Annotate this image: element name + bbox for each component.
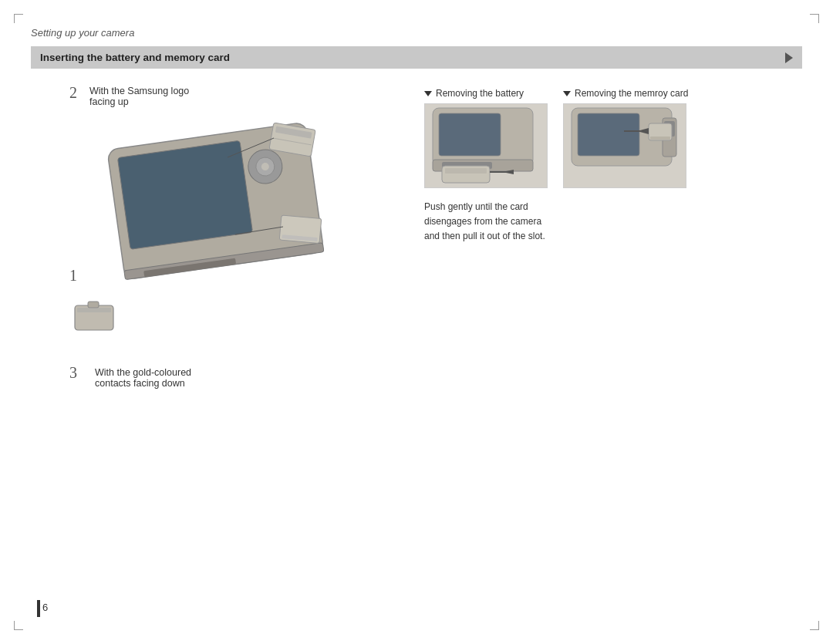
svg-rect-17 <box>77 308 111 312</box>
removing-memcard-photo <box>563 103 686 188</box>
svg-rect-24 <box>445 168 487 174</box>
corner-mark-br <box>810 621 819 630</box>
step2-text-line2: facing up <box>89 96 189 107</box>
right-column: Removing the battery <box>409 84 802 416</box>
step2-number: 2 <box>69 84 77 102</box>
removing-battery-photo <box>424 103 548 188</box>
camera-body-svg <box>93 111 355 296</box>
step3-number: 3 <box>69 364 77 382</box>
removing-memcard-item: Removing the memroy card <box>563 88 688 188</box>
svg-rect-16 <box>88 302 99 308</box>
arrow-right-icon <box>785 52 793 63</box>
removing-battery-text: Removing the battery <box>436 88 524 99</box>
step1-number: 1 <box>69 267 77 285</box>
corner-mark-tr <box>810 14 819 23</box>
step3-text-line2: contacts facing down <box>95 378 191 389</box>
removing-section: Removing the battery <box>424 88 802 188</box>
section-header-title: Inserting the battery and memory card <box>40 52 230 63</box>
main-content: 2 With the Samsung logo facing up 1 4 <box>31 84 802 416</box>
removing-battery-item: Removing the battery <box>424 88 548 188</box>
step3-area: 3 With the gold-coloured contacts facing… <box>69 366 409 389</box>
camera-diagram-area: 2 With the Samsung logo facing up 1 4 <box>31 84 409 416</box>
corner-mark-tl <box>14 14 23 23</box>
triangle-down-memcard-icon <box>563 91 571 96</box>
step3-text-line1: With the gold-coloured <box>95 367 191 378</box>
push-text-line3: and then pull it out of the slot. <box>424 231 545 241</box>
removing-battery-label: Removing the battery <box>424 88 548 99</box>
triangle-down-battery-icon <box>424 91 432 96</box>
push-text-line1: Push gently until the card <box>424 201 528 212</box>
push-text: Push gently until the card disengages fr… <box>424 200 602 244</box>
svg-rect-33 <box>650 137 670 140</box>
svg-rect-1 <box>117 140 252 249</box>
camera-illustration: 1 4 <box>69 111 370 358</box>
page-number: 6 <box>42 602 48 613</box>
section-title: Setting up your camera <box>31 27 802 39</box>
page-bar <box>37 600 40 617</box>
push-text-line2: disengages from the camera <box>424 216 541 227</box>
step2-text-line1: With the Samsung logo <box>89 86 189 96</box>
removing-memcard-text: Removing the memroy card <box>575 88 688 99</box>
step1-battery-item <box>71 298 121 342</box>
svg-rect-29 <box>578 113 639 156</box>
removing-memcard-label: Removing the memroy card <box>563 88 688 99</box>
corner-mark-bl <box>14 621 23 630</box>
svg-rect-20 <box>439 113 501 156</box>
section-header: Inserting the battery and memory card <box>31 46 802 69</box>
